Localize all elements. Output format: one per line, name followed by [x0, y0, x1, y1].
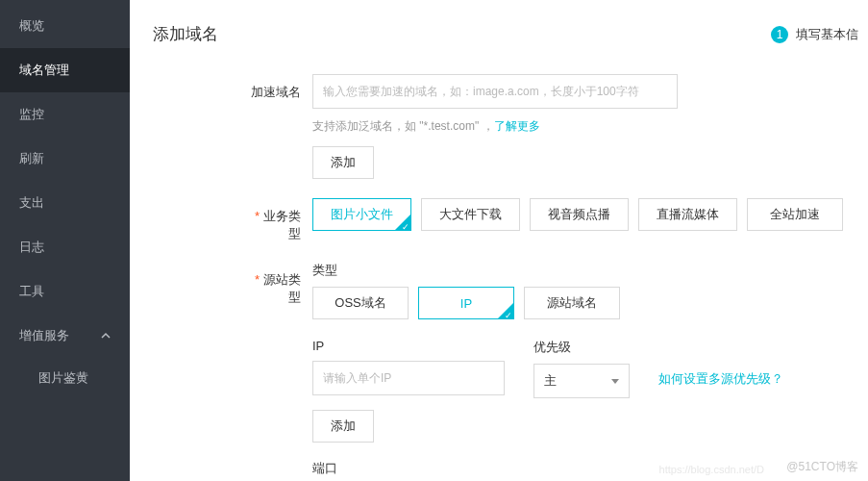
priority-help-link[interactable]: 如何设置多源优先级？ [658, 370, 783, 388]
accel-domain-input[interactable] [312, 74, 678, 109]
add-origin-button[interactable]: 添加 [312, 410, 374, 443]
origin-type-sublabel: 类型 [312, 262, 868, 279]
nav-value-added-label: 增值服务 [19, 327, 69, 344]
nav-domain-manage[interactable]: 域名管理 [0, 48, 130, 92]
sidebar: 概览 域名管理 监控 刷新 支出 日志 工具 增值服务 图片鉴黄 [0, 0, 130, 481]
nav-monitor[interactable]: 监控 [0, 92, 130, 137]
port-sublabel: 端口 [312, 460, 868, 477]
biz-option-full-site[interactable]: 全站加速 [747, 198, 843, 231]
accel-domain-hint: 支持添加泛域名，如 "*.test.com" ，了解更多 [312, 118, 868, 135]
biz-option-live[interactable]: 直播流媒体 [638, 198, 737, 231]
caret-down-icon [611, 379, 619, 384]
step-indicator: 1 填写基本信 [771, 26, 858, 43]
label-accel-domain: 加速域名 [245, 74, 312, 179]
origin-option-domain[interactable]: 源站域名 [524, 287, 620, 319]
page-header: 添加域名 1 填写基本信 [153, 23, 868, 45]
ip-input[interactable] [312, 361, 505, 395]
priority-sublabel: 优先级 [533, 339, 630, 356]
biz-option-vod[interactable]: 视音频点播 [530, 198, 629, 231]
add-domain-button[interactable]: 添加 [312, 146, 374, 179]
sub-nav-image-audit[interactable]: 图片鉴黄 [0, 358, 130, 398]
biz-type-options: 图片小文件 大文件下载 视音频点播 直播流媒体 全站加速 [312, 198, 868, 231]
label-origin-type: 源站类型 [245, 262, 312, 481]
learn-more-link[interactable]: 了解更多 [494, 119, 540, 133]
nav-overview[interactable]: 概览 [0, 4, 130, 48]
nav-logs[interactable]: 日志 [0, 225, 130, 269]
origin-type-options: OSS域名 IP 源站域名 [312, 287, 868, 319]
origin-option-oss[interactable]: OSS域名 [312, 287, 409, 319]
ip-sublabel: IP [312, 339, 505, 353]
page-title: 添加域名 [153, 23, 218, 45]
biz-option-large-file[interactable]: 大文件下载 [421, 198, 520, 231]
step-number-badge: 1 [771, 26, 788, 43]
origin-option-ip[interactable]: IP [418, 287, 514, 319]
priority-select[interactable]: 主 [533, 364, 630, 398]
nav-tools[interactable]: 工具 [0, 269, 130, 314]
nav-refresh[interactable]: 刷新 [0, 137, 130, 181]
nav-expense[interactable]: 支出 [0, 181, 130, 225]
chevron-up-icon [101, 331, 111, 341]
biz-option-image-small[interactable]: 图片小文件 [312, 198, 411, 231]
nav-value-added[interactable]: 增值服务 [0, 314, 130, 358]
step-label: 填写基本信 [796, 26, 858, 43]
main-content: 添加域名 1 填写基本信 加速域名 支持添加泛域名，如 "*.test.com"… [130, 0, 868, 481]
label-biz-type: 业务类型 [245, 198, 312, 242]
priority-value: 主 [544, 372, 557, 390]
